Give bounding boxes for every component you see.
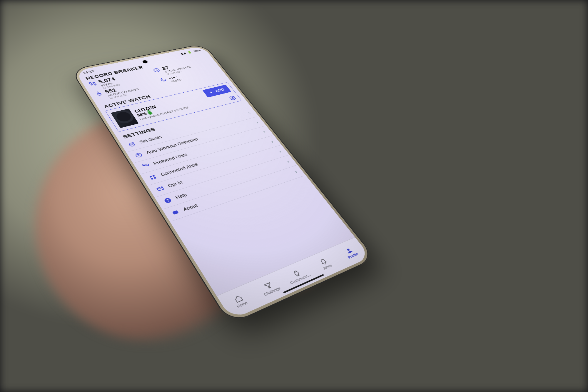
svg-point-1 xyxy=(231,97,234,99)
tab-label: Challenge xyxy=(263,286,281,297)
svg-text:?: ? xyxy=(166,198,170,203)
app-screen: 14:13 ▮◢ 🔋 89% RECORD BREAKER 5,074 xyxy=(75,46,371,320)
gear-icon[interactable] xyxy=(228,95,237,101)
apps-icon xyxy=(148,174,158,181)
run-icon xyxy=(134,152,144,159)
svg-point-14 xyxy=(347,248,350,251)
moon-icon xyxy=(158,77,168,83)
svg-point-10 xyxy=(163,197,172,204)
tab-customization[interactable]: Customizat… xyxy=(277,259,320,293)
profile-icon xyxy=(344,246,354,254)
tab-label: Alerts xyxy=(322,263,333,271)
clock-icon xyxy=(152,67,161,73)
svg-rect-7 xyxy=(152,175,155,177)
chevron-right-icon: › xyxy=(277,149,282,154)
chevron-right-icon: › xyxy=(285,159,290,164)
target-icon xyxy=(127,141,137,148)
svg-point-3 xyxy=(131,144,133,146)
plus-icon: ＋ xyxy=(208,90,215,95)
settings-item-label: About xyxy=(182,171,293,212)
tab-label: Profile xyxy=(347,252,359,259)
watch-icon xyxy=(291,269,302,278)
home-icon xyxy=(233,294,244,303)
flame-icon xyxy=(94,91,104,97)
svg-rect-5 xyxy=(143,164,148,166)
chevron-right-icon: › xyxy=(262,130,267,134)
svg-rect-6 xyxy=(150,176,152,178)
tab-challenge[interactable]: Challenge xyxy=(248,271,292,306)
mail-icon xyxy=(155,185,166,192)
phone-device: 14:13 ▮◢ 🔋 89% RECORD BREAKER 5,074 xyxy=(70,44,376,325)
info-icon xyxy=(170,208,181,216)
svg-point-2 xyxy=(128,142,135,147)
tab-profile[interactable]: Profile xyxy=(330,237,370,268)
tab-label: Home xyxy=(236,301,248,309)
chevron-right-icon: › xyxy=(270,139,275,144)
chevron-right-icon: › xyxy=(255,120,259,125)
svg-rect-12 xyxy=(172,210,179,215)
svg-rect-9 xyxy=(154,177,156,179)
chevron-right-icon: › xyxy=(247,111,252,115)
settings-help[interactable]: ? Help › xyxy=(156,155,296,209)
tab-label: Customizat… xyxy=(289,273,312,285)
ruler-icon xyxy=(141,163,151,170)
chevron-right-icon: › xyxy=(293,169,298,174)
svg-point-13 xyxy=(294,271,299,276)
tab-home[interactable]: Home xyxy=(217,283,263,320)
svg-rect-8 xyxy=(151,178,153,180)
battery-gauge-icon xyxy=(147,110,153,115)
trophy-icon xyxy=(263,281,274,290)
add-label: ADD xyxy=(214,88,225,93)
settings-item-label: Help xyxy=(174,161,285,200)
help-icon: ? xyxy=(163,197,173,204)
home-indicator[interactable] xyxy=(283,274,324,293)
svg-point-4 xyxy=(135,153,142,158)
bottom-tab-bar: Home Challenge Customizat… Alerts xyxy=(217,237,371,320)
bell-icon xyxy=(318,257,329,266)
add-watch-button[interactable]: ＋ ADD xyxy=(202,85,231,98)
settings-about[interactable]: About › xyxy=(164,165,304,221)
footsteps-icon xyxy=(88,81,98,87)
tab-alerts[interactable]: Alerts xyxy=(304,248,346,280)
